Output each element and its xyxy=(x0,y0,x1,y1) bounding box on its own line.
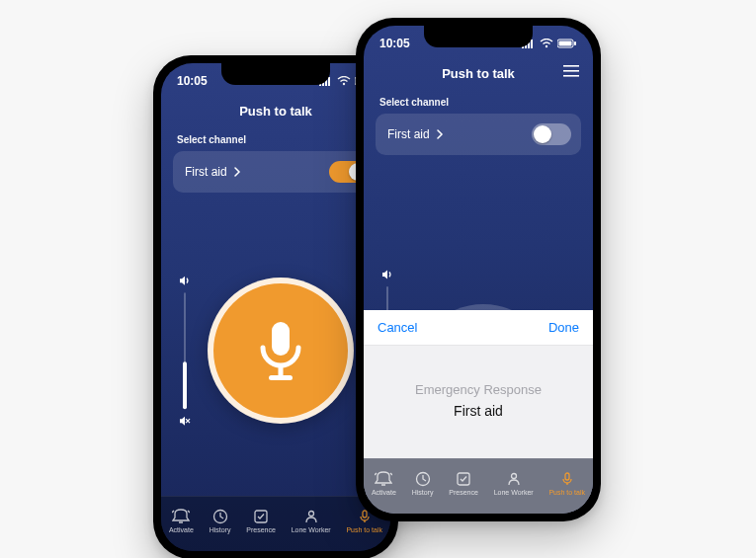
picker-option-selected[interactable]: First aid xyxy=(454,403,503,419)
menu-button[interactable] xyxy=(563,63,579,81)
done-button[interactable]: Done xyxy=(548,320,579,335)
header: Push to talk xyxy=(364,61,593,85)
tab-label: Presence xyxy=(449,489,478,496)
svg-rect-33 xyxy=(563,70,579,72)
channel-name: First aid xyxy=(185,165,227,179)
svg-rect-14 xyxy=(278,365,283,375)
microphone-icon xyxy=(253,318,308,383)
svg-rect-34 xyxy=(563,75,579,77)
svg-rect-30 xyxy=(559,41,572,46)
tab-label: Activate xyxy=(372,489,396,496)
tab-label: History xyxy=(210,526,231,533)
channel-selector[interactable]: First aid xyxy=(376,114,581,155)
svg-rect-13 xyxy=(272,322,290,356)
select-channel-label: Select channel xyxy=(364,85,593,114)
menu-icon xyxy=(563,65,579,77)
person-icon xyxy=(506,471,522,487)
svg-rect-32 xyxy=(563,65,579,67)
status-time: 10:05 xyxy=(379,37,410,50)
wifi-icon xyxy=(337,76,351,86)
cancel-button[interactable]: Cancel xyxy=(378,320,417,335)
check-square-icon xyxy=(253,509,269,524)
svg-line-16 xyxy=(172,511,174,513)
tab-label: Lone Worker xyxy=(292,526,331,533)
tab-activate[interactable]: Activate xyxy=(372,471,396,496)
screen-right: 10:05 Push to talk Select channel First … xyxy=(364,26,593,514)
volume-high-icon xyxy=(381,269,393,280)
svg-rect-31 xyxy=(574,41,576,45)
tab-presence[interactable]: Presence xyxy=(246,509,276,533)
svg-line-39 xyxy=(390,473,392,475)
svg-point-21 xyxy=(308,512,313,517)
tab-history[interactable]: History xyxy=(412,471,434,496)
status-time: 10:05 xyxy=(177,74,208,88)
tab-push-to-talk[interactable]: Push to talk xyxy=(548,471,585,496)
channel-name: First aid xyxy=(387,127,430,141)
svg-rect-44 xyxy=(565,473,569,480)
svg-point-4 xyxy=(343,83,345,85)
volume-mute-icon xyxy=(179,415,191,427)
history-icon xyxy=(212,509,228,524)
svg-point-28 xyxy=(546,45,547,47)
chevron-right-icon xyxy=(233,163,241,181)
tab-lone-worker[interactable]: Lone Worker xyxy=(292,509,331,533)
mic-small-icon xyxy=(559,471,575,487)
svg-rect-22 xyxy=(363,511,367,518)
page-title: Push to talk xyxy=(239,104,312,119)
battery-icon xyxy=(557,39,577,48)
svg-rect-27 xyxy=(531,40,533,48)
volume-slider[interactable] xyxy=(179,275,191,427)
volume-high-icon xyxy=(179,275,191,286)
picker-toolbar: Cancel Done xyxy=(364,310,593,346)
svg-line-38 xyxy=(375,473,377,475)
history-icon xyxy=(415,471,431,487)
page-title: Push to talk xyxy=(442,66,515,81)
tab-lone-worker[interactable]: Lone Worker xyxy=(494,471,534,496)
svg-point-43 xyxy=(511,474,516,479)
check-square-icon xyxy=(456,471,471,487)
chevron-right-icon xyxy=(436,125,444,143)
wifi-icon xyxy=(540,39,553,48)
tab-label: Push to talk xyxy=(548,489,585,496)
tab-label: History xyxy=(412,489,434,496)
tab-label: Push to talk xyxy=(346,526,382,533)
channel-toggle[interactable] xyxy=(532,123,571,145)
picker-wheel[interactable]: Emergency Response First aid xyxy=(364,346,593,454)
person-icon xyxy=(303,509,319,524)
tab-label: Lone Worker xyxy=(494,489,534,496)
notch xyxy=(424,26,533,47)
tab-history[interactable]: History xyxy=(210,509,231,533)
bell-alert-icon xyxy=(172,509,190,524)
svg-line-17 xyxy=(188,511,190,513)
svg-rect-3 xyxy=(328,77,330,86)
tab-bar: Activate History Presence Lone Worker Pu… xyxy=(161,496,390,551)
tab-label: Presence xyxy=(246,526,276,533)
device-right: 10:05 Push to talk Select channel First … xyxy=(356,18,601,521)
tab-activate[interactable]: Activate xyxy=(169,509,194,533)
picker-option[interactable]: Emergency Response xyxy=(415,382,542,397)
tab-label: Activate xyxy=(169,526,194,533)
tab-bar: Activate History Presence Lone Worker Pu… xyxy=(364,458,593,514)
notch xyxy=(221,63,330,85)
channel-selector[interactable]: First aid xyxy=(173,151,378,193)
tab-presence[interactable]: Presence xyxy=(449,471,478,496)
bell-alert-icon xyxy=(375,471,392,487)
toggle-knob xyxy=(534,125,551,143)
push-to-talk-button[interactable] xyxy=(208,278,354,424)
svg-rect-15 xyxy=(269,375,293,380)
